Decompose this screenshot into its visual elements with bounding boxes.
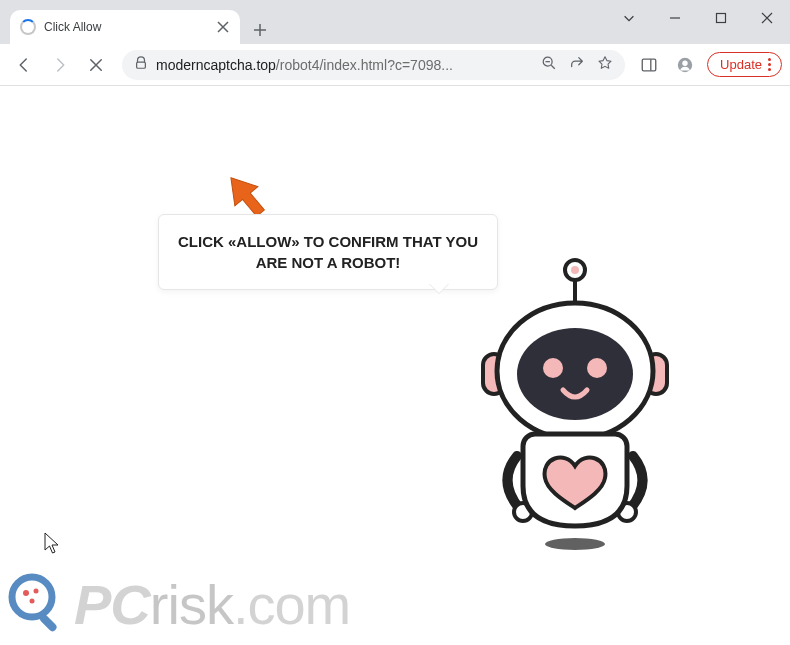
maximize-button[interactable]: [698, 0, 744, 36]
tab-strip: Click Allow: [0, 0, 606, 44]
menu-dots-icon: [768, 58, 771, 71]
stop-reload-button[interactable]: [80, 49, 112, 81]
profile-avatar-icon[interactable]: [671, 51, 699, 79]
svg-rect-1: [137, 62, 146, 68]
mouse-cursor-icon: [44, 532, 62, 560]
speech-text: CLICK «ALLOW» TO CONFIRM THAT YOU ARE NO…: [177, 231, 479, 273]
window-controls: [606, 0, 790, 36]
tab-close-button[interactable]: [216, 20, 230, 34]
url-text: moderncaptcha.top/robot4/index.html?c=70…: [156, 57, 453, 73]
loading-spinner-icon: [20, 19, 36, 35]
svg-point-14: [543, 358, 563, 378]
watermark: PCrisk.com: [6, 571, 350, 637]
magnifier-icon: [6, 571, 68, 637]
zoom-icon[interactable]: [541, 55, 557, 75]
tab-title: Click Allow: [44, 20, 208, 34]
update-button[interactable]: Update: [707, 52, 782, 77]
back-button[interactable]: [8, 49, 40, 81]
page-content: CLICK «ALLOW» TO CONFIRM THAT YOU ARE NO…: [0, 86, 790, 645]
window-titlebar: Click Allow: [0, 0, 790, 44]
speech-bubble: CLICK «ALLOW» TO CONFIRM THAT YOU ARE NO…: [158, 214, 498, 290]
toolbar-right: Update: [635, 51, 782, 79]
address-bar[interactable]: moderncaptcha.top/robot4/index.html?c=70…: [122, 50, 625, 80]
close-window-button[interactable]: [744, 0, 790, 36]
svg-point-20: [34, 589, 39, 594]
watermark-pc: PC: [74, 573, 150, 636]
forward-button[interactable]: [44, 49, 76, 81]
watermark-risk: risk: [150, 573, 233, 636]
svg-point-19: [23, 590, 29, 596]
browser-tab[interactable]: Click Allow: [10, 10, 240, 44]
svg-point-5: [682, 60, 687, 65]
svg-point-13: [517, 328, 633, 420]
tab-search-button[interactable]: [606, 0, 652, 36]
svg-point-18: [12, 577, 52, 617]
share-icon[interactable]: [569, 55, 585, 75]
svg-point-15: [587, 358, 607, 378]
svg-point-6: [545, 538, 605, 550]
watermark-com: .com: [233, 573, 350, 636]
svg-rect-22: [38, 613, 58, 633]
new-tab-button[interactable]: [246, 16, 274, 44]
lock-icon: [134, 56, 148, 74]
svg-point-21: [30, 599, 35, 604]
side-panel-icon[interactable]: [635, 51, 663, 79]
update-label: Update: [720, 57, 762, 72]
browser-toolbar: moderncaptcha.top/robot4/index.html?c=70…: [0, 44, 790, 86]
bookmark-star-icon[interactable]: [597, 55, 613, 75]
url-path: /robot4/index.html?c=7098...: [276, 57, 453, 73]
robot-illustration: [465, 256, 685, 560]
watermark-text: PCrisk.com: [74, 572, 350, 637]
svg-rect-3: [642, 59, 656, 71]
svg-rect-0: [717, 14, 726, 23]
omnibox-actions: [541, 55, 613, 75]
svg-point-9: [571, 266, 579, 274]
minimize-button[interactable]: [652, 0, 698, 36]
url-domain: moderncaptcha.top: [156, 57, 276, 73]
